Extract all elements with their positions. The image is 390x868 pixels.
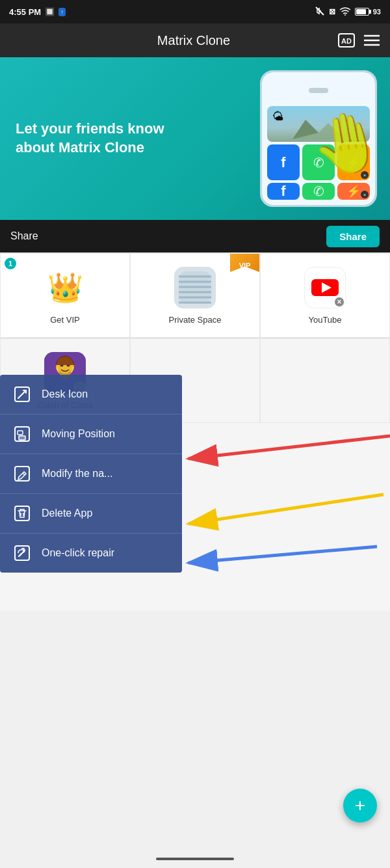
phone-fb2: f xyxy=(267,183,300,200)
share-label: Share xyxy=(10,230,38,242)
vip-icon: 👑 xyxy=(44,267,86,308)
youtube-label: YouTube xyxy=(308,315,341,325)
phone-fb1: f xyxy=(267,144,300,180)
status-left: 4:55 PM 🔲 ↑ xyxy=(9,7,66,17)
app-cell-private-space[interactable]: VIP Private Space xyxy=(130,253,260,338)
ad-icon[interactable]: AD xyxy=(338,33,355,47)
app-grid-row1: 1 👑 Get VIP VIP Private Space xyxy=(0,252,390,338)
wifi-icon xyxy=(339,7,351,18)
hand-overlay: 🤚 xyxy=(306,103,389,183)
menu-icon[interactable] xyxy=(364,34,380,46)
share-button[interactable]: Share xyxy=(326,226,380,247)
svg-rect-26 xyxy=(18,431,23,435)
phone-wa2: ✆ xyxy=(302,183,335,200)
get-vip-label: Get VIP xyxy=(50,315,80,325)
top-bar: Matrix Clone AD xyxy=(0,23,390,57)
context-menu: Desk Icon Moving Position Mo xyxy=(0,375,182,573)
app-cell-youtube[interactable]: × YouTube xyxy=(260,253,390,338)
context-item-moving-position[interactable]: Moving Position xyxy=(0,414,182,454)
svg-point-1 xyxy=(344,14,346,16)
status-bar: 4:55 PM 🔲 ↑ ⊠ 93 xyxy=(0,0,390,23)
private-space-label: Private Space xyxy=(169,315,222,325)
app-cell-get-vip[interactable]: 1 👑 Get VIP xyxy=(0,253,130,338)
desk-icon-label: Desk Icon xyxy=(42,388,88,400)
svg-rect-29 xyxy=(15,506,29,521)
mute-icon xyxy=(315,6,325,18)
desk-icon-svg xyxy=(13,385,31,403)
num-badge: 1 xyxy=(5,258,16,269)
share-bar: Share Share xyxy=(0,220,390,252)
move-icon-svg xyxy=(13,425,31,443)
delete-app-label: Delete App xyxy=(42,508,92,519)
context-item-modify-name[interactable]: Modify the na... xyxy=(0,454,182,494)
top-bar-icons: AD xyxy=(338,33,380,47)
moving-position-label: Moving Position xyxy=(42,428,115,440)
edit-icon-svg xyxy=(13,465,31,483)
context-item-desk-icon[interactable]: Desk Icon xyxy=(0,375,182,414)
trash-icon-svg xyxy=(13,504,31,522)
banner-text: Let your friends know about Matrix Clone xyxy=(0,107,214,170)
battery-icon xyxy=(355,8,369,16)
vip-badge: VIP xyxy=(230,254,259,272)
youtube-delete-badge: × xyxy=(333,296,345,308)
context-item-delete-app[interactable]: Delete App xyxy=(0,494,182,534)
youtube-icon: × xyxy=(304,267,346,308)
close-box-icon: ⊠ xyxy=(329,7,335,16)
private-space-icon xyxy=(174,267,216,308)
phone-app6: ⚡ × xyxy=(337,183,370,200)
banner: Let your friends know about Matrix Clone… xyxy=(0,57,390,220)
upload-icon: ↑ xyxy=(58,8,66,16)
app-title: Matrix Clone xyxy=(49,33,338,48)
svg-text:AD: AD xyxy=(341,37,352,45)
context-item-one-click-repair[interactable]: One-click repair xyxy=(0,534,182,573)
notification-icon: 🔲 xyxy=(45,7,55,16)
status-right: ⊠ 93 xyxy=(315,6,381,18)
svg-rect-27 xyxy=(19,436,25,440)
app-cell-empty2 xyxy=(260,338,390,423)
one-click-repair-label: One-click repair xyxy=(42,547,114,559)
modify-name-label: Modify the na... xyxy=(42,468,112,480)
context-area: Desk Icon Moving Position Mo xyxy=(0,423,390,612)
fab-add[interactable]: + xyxy=(343,789,377,822)
time: 4:55 PM xyxy=(9,7,41,17)
bottom-indicator xyxy=(156,858,234,860)
repair-icon-svg xyxy=(13,544,31,562)
battery-percent: 93 xyxy=(373,8,381,16)
